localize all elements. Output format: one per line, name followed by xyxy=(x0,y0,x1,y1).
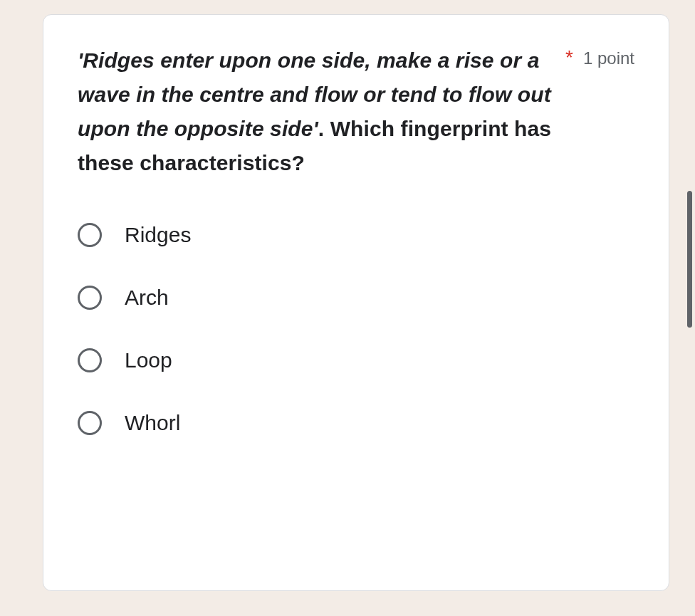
radio-icon xyxy=(78,223,102,247)
options-list: Ridges Arch Loop Whorl xyxy=(78,223,634,435)
required-asterisk: * xyxy=(565,48,573,68)
points-label: 1 point xyxy=(583,48,634,68)
radio-icon xyxy=(78,411,102,435)
option-label: Whorl xyxy=(125,411,180,435)
option-arch[interactable]: Arch xyxy=(78,286,634,310)
option-label: Arch xyxy=(125,286,169,310)
option-label: Ridges xyxy=(125,223,191,247)
question-meta: * 1 point xyxy=(565,43,634,68)
question-card: 'Ridges enter upon one side, make a rise… xyxy=(43,14,669,591)
question-text: 'Ridges enter upon one side, make a rise… xyxy=(78,43,557,180)
option-label: Loop xyxy=(125,348,172,372)
option-ridges[interactable]: Ridges xyxy=(78,223,634,247)
radio-icon xyxy=(78,286,102,310)
option-whorl[interactable]: Whorl xyxy=(78,411,634,435)
question-header: 'Ridges enter upon one side, make a rise… xyxy=(78,43,634,180)
radio-icon xyxy=(78,348,102,372)
option-loop[interactable]: Loop xyxy=(78,348,634,372)
scrollbar-thumb[interactable] xyxy=(687,191,692,328)
